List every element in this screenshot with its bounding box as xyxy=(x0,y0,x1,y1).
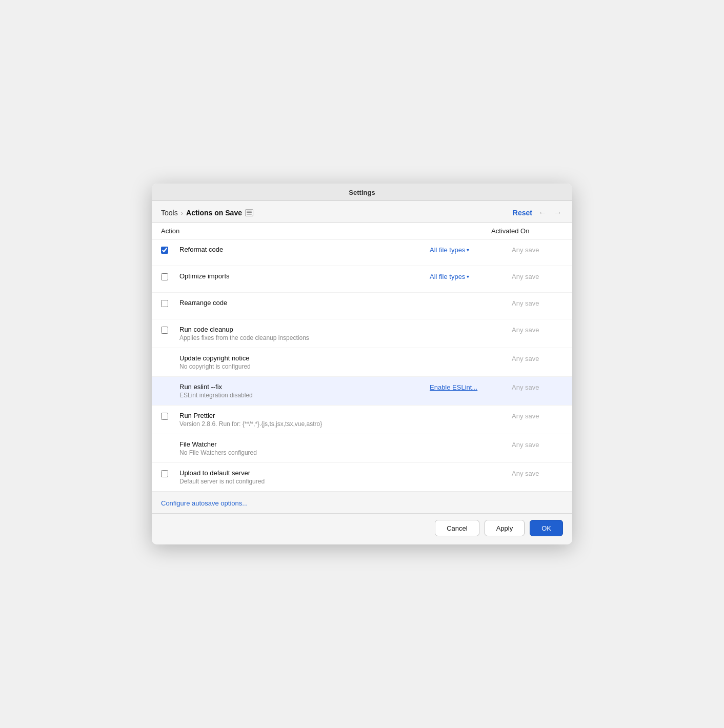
action-row-optimize-imports: Optimize imports All file types ▾ Any sa… xyxy=(152,266,572,293)
checkbox-rearrange-code[interactable] xyxy=(161,300,168,307)
ok-button[interactable]: OK xyxy=(530,520,563,536)
button-bar: Cancel Apply OK xyxy=(152,513,572,544)
actions-list: Reformat code All file types ▾ Any save … xyxy=(152,239,572,492)
activated-on-rearrange-code: Any save xyxy=(512,299,563,307)
action-name-run-eslint: Run eslint --fix xyxy=(179,383,430,391)
activated-on-upload-default-server: Any save xyxy=(512,470,563,477)
apply-button[interactable]: Apply xyxy=(485,520,525,536)
chevron-down-icon: ▾ xyxy=(467,247,469,253)
action-name-file-watcher: File Watcher xyxy=(179,440,430,448)
action-desc-run-eslint: ESLint integration disabled xyxy=(179,392,430,399)
action-right-run-code-cleanup: Any save xyxy=(430,326,563,334)
breadcrumb-parent[interactable]: Tools xyxy=(161,209,178,217)
action-row-run-code-cleanup: Run code cleanup Applies fixes from the … xyxy=(152,319,572,348)
back-button[interactable]: ← xyxy=(537,208,548,217)
checkbox-area-run-code-cleanup xyxy=(161,326,179,335)
svg-rect-2 xyxy=(247,214,252,215)
col-header-activated: Activated On xyxy=(491,227,563,235)
action-right-upload-default-server: Any save xyxy=(430,469,563,477)
action-right-optimize-imports: All file types ▾ Any save xyxy=(430,272,563,280)
activated-on-update-copyright: Any save xyxy=(512,355,563,362)
action-right-rearrange-code: Any save xyxy=(430,299,563,307)
action-right-file-watcher: Any save xyxy=(430,440,563,449)
action-row-upload-default-server: Upload to default server Default server … xyxy=(152,463,572,492)
action-desc-update-copyright: No copyright is configured xyxy=(179,363,430,370)
action-desc-file-watcher: No File Watchers configured xyxy=(179,449,430,456)
content-area: Action Activated On Reformat code All fi… xyxy=(152,223,572,492)
action-row-update-copyright: Update copyright notice No copyright is … xyxy=(152,348,572,377)
col-header-action: Action xyxy=(161,227,491,235)
checkbox-run-code-cleanup[interactable] xyxy=(161,327,168,334)
svg-rect-0 xyxy=(247,211,252,212)
activated-on-reformat-code: Any save xyxy=(512,246,563,254)
action-right-update-copyright: Any save xyxy=(430,354,563,362)
file-type-dropdown-optimize-imports[interactable]: All file types ▾ xyxy=(430,273,512,280)
checkbox-area-rearrange-code xyxy=(161,299,179,309)
cancel-button[interactable]: Cancel xyxy=(435,520,479,536)
breadcrumb-right: Reset ← → xyxy=(513,208,563,217)
action-name-optimize-imports: Optimize imports xyxy=(179,272,430,280)
action-name-rearrange-code: Rearrange code xyxy=(179,299,430,307)
footer-link-area: Configure autosave options... xyxy=(152,492,572,513)
dialog-title-bar: Settings xyxy=(152,184,572,201)
table-header: Action Activated On xyxy=(152,223,572,239)
action-name-run-prettier: Run Prettier xyxy=(179,412,430,419)
action-row-rearrange-code: Rearrange code Any save xyxy=(152,293,572,319)
checkbox-area-run-prettier xyxy=(161,412,179,421)
checkbox-area-reformat-code xyxy=(161,246,179,255)
chevron-down-icon: ▾ xyxy=(467,274,469,279)
file-type-dropdown-reformat-code[interactable]: All file types ▾ xyxy=(430,246,512,254)
action-row-reformat-code: Reformat code All file types ▾ Any save xyxy=(152,239,572,266)
activated-on-run-code-cleanup: Any save xyxy=(512,326,563,334)
activated-on-optimize-imports: Any save xyxy=(512,273,563,280)
action-right-run-eslint: Enable ESLint... Any save xyxy=(430,383,563,391)
action-main-file-watcher: File Watcher No File Watchers configured xyxy=(179,440,430,456)
checkbox-area-upload-default-server xyxy=(161,469,179,479)
activated-on-run-prettier: Any save xyxy=(512,412,563,420)
action-name-run-code-cleanup: Run code cleanup xyxy=(179,326,430,333)
configure-autosave-link[interactable]: Configure autosave options... xyxy=(161,499,248,507)
breadcrumb-separator: › xyxy=(181,209,183,217)
checkbox-upload-default-server[interactable] xyxy=(161,470,168,477)
action-desc-run-code-cleanup: Applies fixes from the code cleanup insp… xyxy=(179,334,430,341)
breadcrumb-current: Actions on Save xyxy=(186,209,242,217)
action-right-reformat-code: All file types ▾ Any save xyxy=(430,246,563,254)
enable-link-run-eslint[interactable]: Enable ESLint... xyxy=(430,383,477,391)
activated-on-file-watcher: Any save xyxy=(512,441,563,449)
action-name-upload-default-server: Upload to default server xyxy=(179,469,430,477)
action-main-update-copyright: Update copyright notice No copyright is … xyxy=(179,354,430,370)
checkbox-area-optimize-imports xyxy=(161,272,179,282)
checkbox-run-prettier[interactable] xyxy=(161,413,168,420)
settings-dialog: Settings Tools › Actions on Save Reset ←… xyxy=(152,184,572,544)
breadcrumb-bar: Tools › Actions on Save Reset ← → xyxy=(152,201,572,223)
action-main-run-code-cleanup: Run code cleanup Applies fixes from the … xyxy=(179,326,430,341)
action-desc-upload-default-server: Default server is not configured xyxy=(179,478,430,485)
action-name-update-copyright: Update copyright notice xyxy=(179,354,430,362)
checkbox-reformat-code[interactable] xyxy=(161,247,168,254)
action-right-run-prettier: Any save xyxy=(430,412,563,420)
action-main-run-prettier: Run Prettier Version 2.8.6. Run for: {**… xyxy=(179,412,430,428)
action-row-run-prettier: Run Prettier Version 2.8.6. Run for: {**… xyxy=(152,406,572,434)
action-name-reformat-code: Reformat code xyxy=(179,246,430,253)
breadcrumb-menu-icon[interactable] xyxy=(245,209,253,216)
checkbox-optimize-imports[interactable] xyxy=(161,273,168,280)
action-main-run-eslint: Run eslint --fix ESLint integration disa… xyxy=(179,383,430,399)
activated-on-run-eslint: Any save xyxy=(512,383,563,391)
reset-button[interactable]: Reset xyxy=(513,209,532,217)
action-row-file-watcher: File Watcher No File Watchers configured… xyxy=(152,434,572,463)
action-desc-run-prettier: Version 2.8.6. Run for: {**/*,*}.{js,ts,… xyxy=(179,420,430,428)
dialog-title: Settings xyxy=(349,189,375,196)
action-main-rearrange-code: Rearrange code xyxy=(179,299,430,307)
forward-button[interactable]: → xyxy=(553,208,563,217)
action-main-reformat-code: Reformat code xyxy=(179,246,430,253)
action-main-upload-default-server: Upload to default server Default server … xyxy=(179,469,430,485)
action-main-optimize-imports: Optimize imports xyxy=(179,272,430,280)
breadcrumb-left: Tools › Actions on Save xyxy=(161,209,253,217)
svg-rect-1 xyxy=(247,212,252,213)
action-row-run-eslint: Run eslint --fix ESLint integration disa… xyxy=(152,377,572,406)
